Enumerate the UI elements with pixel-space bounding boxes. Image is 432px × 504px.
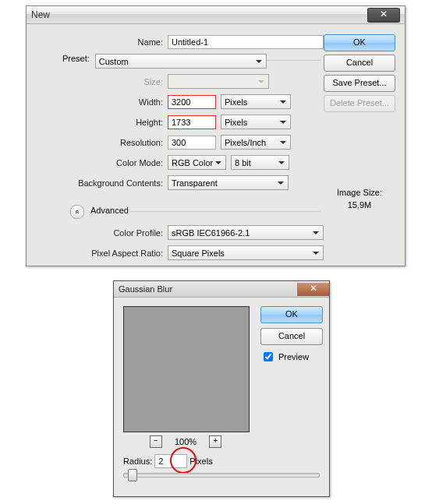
bg-contents-label: Background Contents: bbox=[27, 178, 168, 188]
height-input[interactable] bbox=[168, 115, 216, 129]
ok-button[interactable]: OK bbox=[260, 306, 323, 323]
save-preset-button[interactable]: Save Preset... bbox=[324, 75, 395, 92]
width-unit-select[interactable]: Pixels bbox=[221, 94, 291, 109]
color-profile-select[interactable]: sRGB IEC61966-2.1 bbox=[168, 225, 324, 240]
color-mode-select[interactable]: RGB Color bbox=[168, 155, 226, 170]
zoom-in-button[interactable]: + bbox=[209, 435, 221, 448]
pixel-aspect-label: Pixel Aspect Ratio: bbox=[27, 248, 168, 258]
bit-depth-select[interactable]: 8 bit bbox=[231, 155, 289, 170]
dialog-title: New bbox=[31, 9, 50, 20]
chevron-up-icon: « bbox=[73, 210, 81, 213]
image-size-value: 15,9M bbox=[326, 199, 393, 211]
resolution-input[interactable] bbox=[168, 136, 216, 150]
advanced-label: Advanced bbox=[87, 206, 132, 215]
height-unit-select[interactable]: Pixels bbox=[221, 115, 291, 129]
color-mode-label: Color Mode: bbox=[27, 158, 168, 167]
size-label: Size: bbox=[27, 77, 168, 86]
radius-label: Radius: bbox=[123, 456, 152, 466]
titlebar: Gaussian Blur ✕ bbox=[114, 281, 329, 298]
image-size-label: Image Size: bbox=[326, 186, 393, 199]
close-button[interactable]: ✕ bbox=[367, 8, 400, 23]
pixel-aspect-select[interactable]: Square Pixels bbox=[168, 245, 324, 260]
new-document-dialog: New ✕ Name: Preset: . Custom Size: Width… bbox=[26, 5, 405, 266]
radius-unit: Pixels bbox=[189, 456, 212, 466]
zoom-percent: 100% bbox=[175, 437, 197, 446]
close-button[interactable]: ✕ bbox=[297, 283, 329, 296]
gaussian-blur-dialog: Gaussian Blur ✕ − 100% + OK Cancel Previ… bbox=[113, 280, 330, 497]
radius-input[interactable] bbox=[154, 454, 187, 468]
resolution-label: Resolution: bbox=[27, 138, 168, 147]
titlebar: New ✕ bbox=[27, 6, 405, 24]
preset-select[interactable]: Custom bbox=[95, 54, 267, 69]
radius-slider-thumb[interactable] bbox=[128, 469, 137, 481]
zoom-out-button[interactable]: − bbox=[150, 435, 162, 448]
name-input[interactable] bbox=[168, 35, 324, 49]
preview-label: Preview bbox=[278, 352, 309, 361]
width-input[interactable] bbox=[168, 95, 216, 109]
ok-button[interactable]: OK bbox=[324, 34, 395, 51]
radius-slider-track[interactable] bbox=[123, 473, 320, 478]
preview-checkbox[interactable] bbox=[264, 352, 273, 361]
size-select bbox=[168, 74, 269, 89]
delete-preset-button: Delete Preset... bbox=[324, 95, 395, 112]
dialog-title: Gaussian Blur bbox=[119, 284, 172, 294]
bg-contents-select[interactable]: Transparent bbox=[168, 175, 289, 190]
resolution-unit-select[interactable]: Pixels/Inch bbox=[221, 135, 291, 150]
zoom-controls: − 100% + bbox=[123, 435, 248, 448]
name-label: Name: bbox=[27, 37, 168, 47]
width-label: Width: bbox=[27, 97, 168, 107]
color-profile-label: Color Profile: bbox=[27, 228, 168, 238]
advanced-toggle[interactable]: « bbox=[70, 205, 84, 219]
image-size-readout: Image Size: 15,9M bbox=[326, 186, 393, 211]
cancel-button[interactable]: Cancel bbox=[324, 55, 395, 72]
cancel-button[interactable]: Cancel bbox=[260, 328, 323, 345]
preview-canvas bbox=[123, 306, 250, 432]
height-label: Height: bbox=[27, 118, 168, 127]
